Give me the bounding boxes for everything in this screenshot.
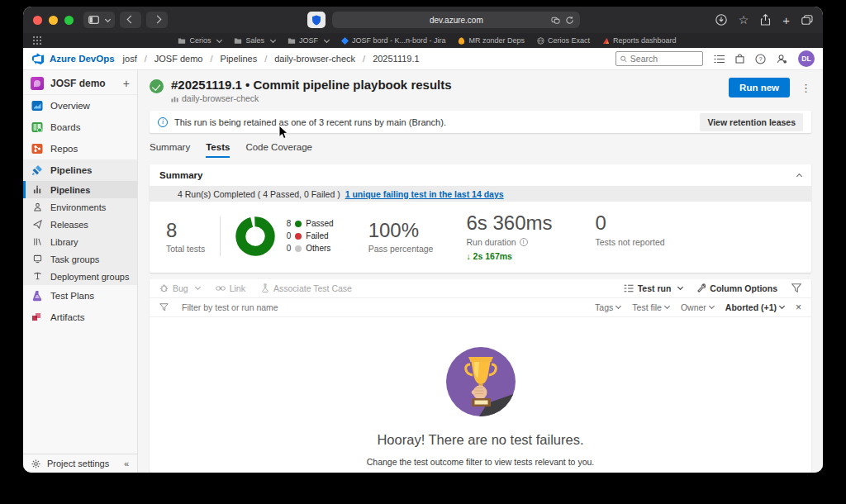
work-items-icon[interactable] — [714, 55, 725, 64]
filter-outcome-dropdown[interactable]: Aborted (+1) — [725, 302, 784, 312]
legend-others: 0Others — [284, 244, 333, 253]
breadcrumb-pipeline[interactable]: daily-browser-check — [274, 54, 355, 64]
marketplace-bag-icon[interactable] — [735, 54, 744, 64]
breadcrumb-project[interactable]: JOSF demo — [154, 54, 203, 64]
user-settings-icon[interactable] — [777, 54, 787, 64]
link-button[interactable]: Link — [216, 283, 245, 293]
forward-button[interactable] — [146, 12, 168, 28]
sidebar-item-pipelines[interactable]: Pipelines — [23, 159, 137, 181]
tab-tests[interactable]: Tests — [206, 142, 230, 158]
bookmark-reports-dashboard[interactable]: Reports dashboard — [602, 36, 677, 45]
shield-icon — [311, 15, 321, 26]
more-actions-icon[interactable]: ⋮ — [801, 82, 811, 94]
stat-run-duration: 6s 360ms Run durationi ↓ 2s 167ms — [466, 212, 552, 261]
project-switcher[interactable]: JOSF demo + — [23, 72, 137, 95]
breadcrumb-org[interactable]: josf — [123, 54, 137, 64]
bookmark-star-icon[interactable]: ☆ — [739, 14, 749, 26]
sidebar-subitem-pipelines[interactable]: Pipelines — [23, 181, 137, 198]
empty-state: Hooray! There are no test failures. Chan… — [150, 317, 811, 473]
bookmark-folder-sales[interactable]: Sales — [234, 36, 275, 45]
tab-code-coverage[interactable]: Code Coverage — [245, 142, 312, 158]
downloads-icon[interactable] — [715, 14, 727, 26]
view-retention-leases-button[interactable]: View retention leases — [700, 113, 803, 131]
sidebar-subitem-environments[interactable]: Environments — [23, 198, 137, 216]
back-button[interactable] — [120, 12, 141, 28]
breadcrumb-run[interactable]: 20251119.1 — [373, 54, 419, 64]
chevron-down-icon — [105, 16, 111, 21]
empty-state-subtitle: Change the test outcome filter to view t… — [150, 457, 811, 467]
search-box[interactable] — [615, 51, 703, 66]
trophy-illustration — [446, 347, 516, 416]
avatar[interactable]: DL — [798, 50, 815, 67]
bug-button[interactable]: Bug — [159, 283, 200, 293]
sidebar-subitem-deployment-groups[interactable]: Deployment groups — [23, 268, 137, 285]
bookmark-jira[interactable]: JOSF bord - K...n-bord - Jira — [341, 36, 446, 45]
column-options-button[interactable]: Column Options — [696, 283, 777, 293]
zoom-window-button[interactable] — [64, 16, 74, 25]
bookmarks-list: Cerios Sales JOSF JOSF bord - K...n-bord… — [178, 36, 676, 45]
group-rows-icon — [624, 284, 634, 292]
gear-icon — [31, 459, 40, 468]
sidebar-subitem-task-groups[interactable]: Task groups — [23, 250, 137, 268]
main-content: #20251119.1 • Commit pipeline playbook r… — [138, 70, 823, 473]
search-icon — [620, 55, 627, 63]
sidebar-subitem-releases[interactable]: Releases — [23, 216, 137, 233]
clear-filters-icon[interactable]: × — [796, 302, 801, 313]
project-settings[interactable]: Project settings « — [23, 454, 137, 473]
filter-input[interactable] — [182, 302, 583, 312]
divider — [220, 216, 221, 256]
sidebar-toggle-button[interactable] — [83, 12, 115, 28]
sidebar-item-repos[interactable]: Repos — [23, 138, 137, 159]
failed-dot-icon — [295, 233, 302, 240]
collapse-sidebar-icon[interactable]: « — [124, 459, 129, 468]
bookmark-cerios-exact[interactable]: Cerios Exact — [537, 36, 590, 45]
bookmark-mr-zonder-deps[interactable]: MR zonder Deps — [458, 36, 525, 45]
minimize-window-button[interactable] — [49, 16, 58, 25]
sidebar-subitem-library[interactable]: Library — [23, 233, 137, 250]
breadcrumb-pipelines[interactable]: Pipelines — [221, 54, 258, 64]
sidebar-item-boards[interactable]: Boards — [23, 116, 137, 138]
pipeline-link[interactable]: daily-browser-check — [171, 93, 452, 103]
pipelines-icon — [31, 164, 43, 176]
overview-icon — [31, 100, 43, 112]
tab-summary[interactable]: Summary — [150, 142, 190, 158]
sidebar-panel-icon — [88, 16, 99, 24]
link-icon — [216, 285, 226, 292]
bookmark-folder-josf[interactable]: JOSF — [288, 36, 329, 45]
brand-label[interactable]: Azure DevOps — [50, 54, 115, 64]
pipeline-mini-icon — [171, 95, 178, 102]
summary-card-header[interactable]: Summary — [150, 164, 811, 186]
chevron-down-icon — [324, 36, 330, 42]
privacy-badge-icon[interactable] — [551, 16, 560, 25]
add-project-icon[interactable]: + — [123, 77, 130, 90]
sidebar-item-test-plans[interactable]: Test Plans — [23, 285, 137, 307]
extension-shield-button[interactable] — [307, 12, 326, 28]
sidebar-item-overview[interactable]: Overview — [23, 95, 137, 116]
help-icon[interactable]: ? — [755, 54, 766, 64]
reload-icon[interactable] — [565, 16, 574, 25]
address-bar[interactable]: dev.azure.com — [332, 12, 580, 28]
associate-test-case-button[interactable]: Associate Test Case — [261, 283, 352, 293]
azure-devops-logo[interactable] — [31, 52, 45, 65]
repos-icon — [31, 143, 43, 155]
collapse-chevron-icon[interactable] — [796, 173, 802, 178]
bookmark-grid-icon[interactable] — [33, 36, 41, 45]
filter-owner-dropdown[interactable]: Owner — [681, 302, 714, 312]
duration-info-icon[interactable]: i — [520, 238, 528, 246]
filter-tags-dropdown[interactable]: Tags — [595, 302, 620, 312]
group-by-test-run-dropdown[interactable]: Test run — [624, 283, 683, 293]
duration-delta: ↓ 2s 167ms — [466, 251, 552, 261]
filter-test-file-dropdown[interactable]: Test file — [632, 302, 669, 312]
test-plans-icon — [31, 290, 43, 302]
tab-overview-icon[interactable] — [801, 15, 813, 25]
new-tab-icon[interactable]: + — [782, 14, 790, 26]
search-input[interactable] — [630, 54, 698, 64]
run-new-button[interactable]: Run new — [729, 78, 790, 97]
bookmark-folder-cerios[interactable]: Cerios — [178, 36, 221, 45]
close-window-button[interactable] — [33, 16, 42, 25]
toolbar-filter-icon[interactable] — [791, 283, 801, 292]
chevron-down-icon — [615, 303, 621, 309]
failing-tests-link[interactable]: 1 unique failing test in the last 14 day… — [345, 189, 504, 199]
share-icon[interactable] — [760, 14, 771, 26]
sidebar-item-artifacts[interactable]: Artifacts — [23, 307, 137, 328]
